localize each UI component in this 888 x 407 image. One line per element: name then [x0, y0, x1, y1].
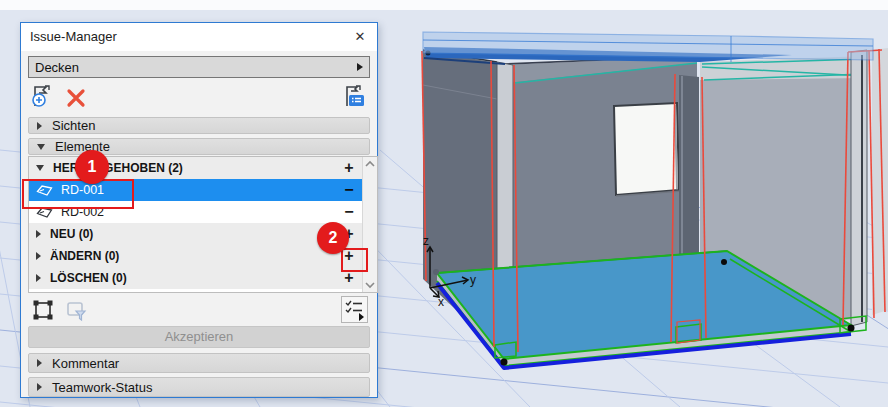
- issue-manager-palette: Issue-Manager ✕ Decken Sichten: [20, 22, 378, 398]
- annotation-step-2: 2: [317, 222, 349, 254]
- axis-y-label: y: [470, 273, 476, 287]
- axis-z-label: z: [423, 234, 429, 248]
- issue-selector-dropdown[interactable]: Decken: [28, 56, 370, 78]
- axis-x-label: x: [438, 295, 444, 309]
- annotation-highlight-add-button: [341, 248, 368, 272]
- add-elements-button[interactable]: +: [341, 158, 357, 178]
- section-header-teamwork[interactable]: Teamwork-Status: [28, 377, 370, 397]
- group-label: LÖSCHEN (0): [50, 271, 127, 285]
- marquee-select-button[interactable]: [32, 299, 54, 321]
- delete-x-icon: [69, 91, 83, 105]
- remove-element-button[interactable]: −: [341, 202, 357, 222]
- close-icon[interactable]: ✕: [352, 29, 368, 45]
- issue-selector-value: Decken: [35, 60, 79, 75]
- flyout-arrow-icon: [359, 313, 364, 321]
- new-issue-button[interactable]: [30, 83, 56, 109]
- chevron-right-icon: [37, 122, 42, 130]
- section-label: Sichten: [52, 118, 95, 133]
- window-opening: [614, 103, 681, 196]
- section-header-elemente[interactable]: Elemente: [28, 138, 370, 155]
- checklist-flyout-icon: [342, 297, 367, 322]
- chevron-down-icon: [36, 165, 44, 171]
- group-label: HERVORGEHOBEN (2): [53, 161, 183, 175]
- chevron-right-icon: [37, 359, 42, 367]
- scroll-up-icon[interactable]: [365, 160, 375, 168]
- window-chrome-strip: [0, 0, 888, 10]
- annotation-step-1: 1: [75, 150, 109, 184]
- group-row-loeschen[interactable]: LÖSCHEN (0) +: [29, 267, 363, 289]
- section-header-kommentar[interactable]: Kommentar: [28, 353, 370, 373]
- section-label: Teamwork-Status: [52, 380, 152, 395]
- chevron-down-icon: [37, 144, 45, 150]
- chevron-right-icon: [36, 252, 41, 260]
- remove-element-button[interactable]: −: [341, 180, 357, 200]
- chevron-right-icon: [357, 63, 363, 71]
- app-window: z y x Issue-Manager ✕ Decken: [0, 0, 888, 407]
- palette-title: Issue-Manager: [30, 23, 117, 51]
- chevron-right-icon: [36, 274, 41, 282]
- group-label: NEU (0): [50, 227, 93, 241]
- building-model: z y x: [422, 32, 888, 368]
- accept-button-disabled[interactable]: Akzeptieren: [28, 326, 370, 348]
- filter-elements-button-disabled[interactable]: [65, 299, 89, 323]
- group-label: ÄNDERN (0): [50, 249, 119, 263]
- chevron-right-icon: [36, 230, 41, 238]
- right-corner-post: [851, 50, 867, 326]
- annotation-highlight-rd001: [22, 179, 134, 209]
- group-row-neu[interactable]: NEU (0) +: [29, 223, 363, 245]
- issue-details-button[interactable]: [341, 83, 367, 109]
- chevron-right-icon: [37, 383, 42, 391]
- group-row-aendern[interactable]: ÄNDERN (0) +: [29, 245, 363, 267]
- details-list-icon: [349, 95, 364, 106]
- section-label: Kommentar: [52, 356, 119, 371]
- section-header-sichten[interactable]: Sichten: [28, 117, 370, 134]
- issue-options-flyout-button[interactable]: [341, 296, 368, 323]
- scroll-down-icon[interactable]: [365, 281, 375, 289]
- delete-issue-button[interactable]: [63, 85, 89, 111]
- palette-titlebar[interactable]: Issue-Manager ✕: [21, 23, 377, 51]
